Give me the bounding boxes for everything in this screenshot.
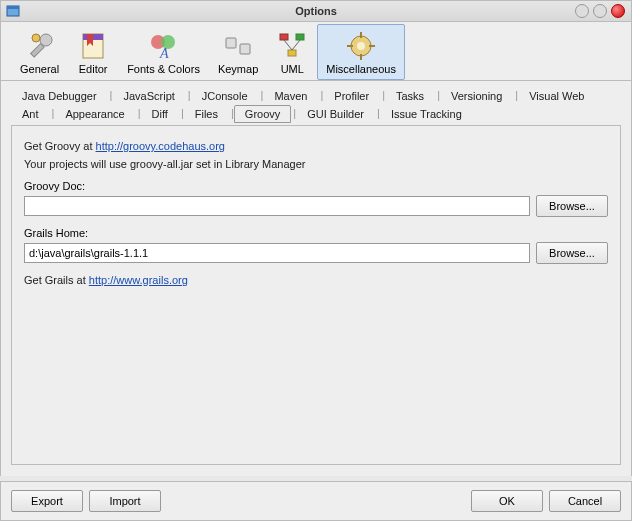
tab-maven[interactable]: Maven [263, 87, 318, 105]
svg-rect-1 [7, 6, 19, 9]
tab-profiler[interactable]: Profiler [323, 87, 380, 105]
gear-icon [345, 30, 377, 62]
export-button[interactable]: Export [11, 490, 83, 512]
tab-appearance[interactable]: Appearance [54, 105, 135, 123]
tab-visual-web[interactable]: Visual Web [518, 87, 595, 105]
grails-home-row: Browse... [24, 242, 608, 264]
maximize-button[interactable] [593, 4, 607, 18]
grails-home-label: Grails Home: [24, 227, 608, 239]
category-label: Editor [79, 63, 108, 75]
dialog-footer: Export Import OK Cancel [0, 481, 632, 521]
tab-jconsole[interactable]: JConsole [191, 87, 259, 105]
window-buttons [575, 4, 625, 18]
groovy-link[interactable]: http://groovy.codehaus.org [96, 140, 225, 152]
tab-diff[interactable]: Diff [141, 105, 179, 123]
category-toolbar: General Editor A Fonts & Colors Keymap U… [0, 22, 632, 80]
titlebar: Options [0, 0, 632, 22]
fonts-colors-icon: A [148, 30, 180, 62]
category-general[interactable]: General [11, 24, 68, 80]
minimize-button[interactable] [575, 4, 589, 18]
uml-icon [276, 30, 308, 62]
tab-row-1: Java Debugger| JavaScript| JConsole| Mav… [11, 87, 621, 105]
svg-text:A: A [159, 46, 169, 61]
get-groovy-line: Get Groovy at http://groovy.codehaus.org [24, 140, 608, 152]
category-miscellaneous[interactable]: Miscellaneous [317, 24, 405, 80]
ok-button[interactable]: OK [471, 490, 543, 512]
wrench-icon [24, 30, 56, 62]
keymap-icon [222, 30, 254, 62]
groovy-panel: Get Groovy at http://groovy.codehaus.org… [11, 125, 621, 465]
category-label: Fonts & Colors [127, 63, 200, 75]
grails-link[interactable]: http://www.grails.org [89, 274, 188, 286]
svg-point-4 [32, 34, 40, 42]
category-label: General [20, 63, 59, 75]
content-area: Java Debugger| JavaScript| JConsole| Mav… [0, 81, 632, 476]
svg-rect-10 [226, 38, 236, 48]
get-grails-label: Get Grails at [24, 274, 89, 286]
category-label: Miscellaneous [326, 63, 396, 75]
svg-rect-14 [288, 50, 296, 56]
browse-grails-button[interactable]: Browse... [536, 242, 608, 264]
import-button[interactable]: Import [89, 490, 161, 512]
tab-ant[interactable]: Ant [11, 105, 50, 123]
groovy-doc-input[interactable] [24, 196, 530, 216]
grails-home-input[interactable] [24, 243, 530, 263]
browse-doc-button[interactable]: Browse... [536, 195, 608, 217]
window-title: Options [295, 5, 337, 17]
get-grails-line: Get Grails at http://www.grails.org [24, 274, 608, 286]
svg-line-15 [284, 40, 292, 50]
tab-files[interactable]: Files [184, 105, 229, 123]
get-groovy-label: Get Groovy at [24, 140, 96, 152]
category-label: Keymap [218, 63, 258, 75]
editor-icon [77, 30, 109, 62]
app-icon [5, 3, 21, 19]
category-label: UML [281, 63, 304, 75]
tab-versioning[interactable]: Versioning [440, 87, 513, 105]
category-editor[interactable]: Editor [68, 24, 118, 80]
groovy-doc-row: Browse... [24, 195, 608, 217]
tab-row-2: Ant| Appearance| Diff| Files| Groovy| GU… [11, 105, 621, 123]
category-fonts-colors[interactable]: A Fonts & Colors [118, 24, 209, 80]
jar-message: Your projects will use groovy-all.jar se… [24, 158, 608, 170]
svg-line-16 [292, 40, 300, 50]
svg-rect-12 [280, 34, 288, 40]
svg-rect-3 [30, 43, 43, 56]
category-uml[interactable]: UML [267, 24, 317, 80]
svg-rect-11 [240, 44, 250, 54]
tab-groovy[interactable]: Groovy [234, 105, 291, 123]
tab-gui-builder[interactable]: GUI Builder [296, 105, 375, 123]
cancel-button[interactable]: Cancel [549, 490, 621, 512]
tab-issue-tracking[interactable]: Issue Tracking [380, 105, 473, 123]
tab-javascript[interactable]: JavaScript [112, 87, 185, 105]
svg-rect-13 [296, 34, 304, 40]
groovy-doc-label: Groovy Doc: [24, 180, 608, 192]
close-button[interactable] [611, 4, 625, 18]
svg-point-18 [357, 42, 365, 50]
category-keymap[interactable]: Keymap [209, 24, 267, 80]
tab-java-debugger[interactable]: Java Debugger [11, 87, 108, 105]
tab-tasks[interactable]: Tasks [385, 87, 435, 105]
